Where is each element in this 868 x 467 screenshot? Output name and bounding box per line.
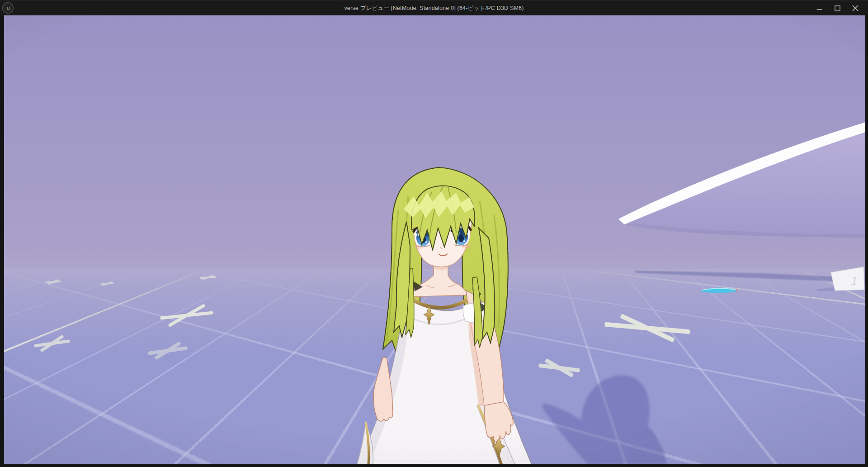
window-controls bbox=[810, 0, 864, 16]
disc-floor-shadow bbox=[635, 271, 840, 281]
minimize-button[interactable] bbox=[810, 0, 828, 16]
minimize-icon bbox=[816, 5, 822, 11]
scene-objects: 1 bbox=[4, 15, 865, 464]
application-window: u verse プレビュー [NetMode: Standalone 0] (6… bbox=[0, 0, 868, 467]
cyan-floor-marker bbox=[700, 287, 738, 293]
close-icon bbox=[852, 5, 859, 11]
character-shadow bbox=[542, 375, 667, 464]
maximize-button[interactable] bbox=[828, 0, 846, 16]
character bbox=[357, 167, 532, 464]
game-viewport[interactable]: 1 bbox=[4, 15, 865, 464]
close-button[interactable] bbox=[846, 0, 864, 16]
character-right-hand bbox=[373, 357, 393, 421]
maximize-icon bbox=[835, 5, 840, 11]
grid-cross-markers bbox=[34, 275, 690, 377]
floating-disc bbox=[618, 122, 865, 238]
title-bar[interactable]: u verse プレビュー [NetMode: Standalone 0] (6… bbox=[0, 0, 868, 15]
window-title: verse プレビュー [NetMode: Standalone 0] (64-… bbox=[0, 0, 868, 16]
